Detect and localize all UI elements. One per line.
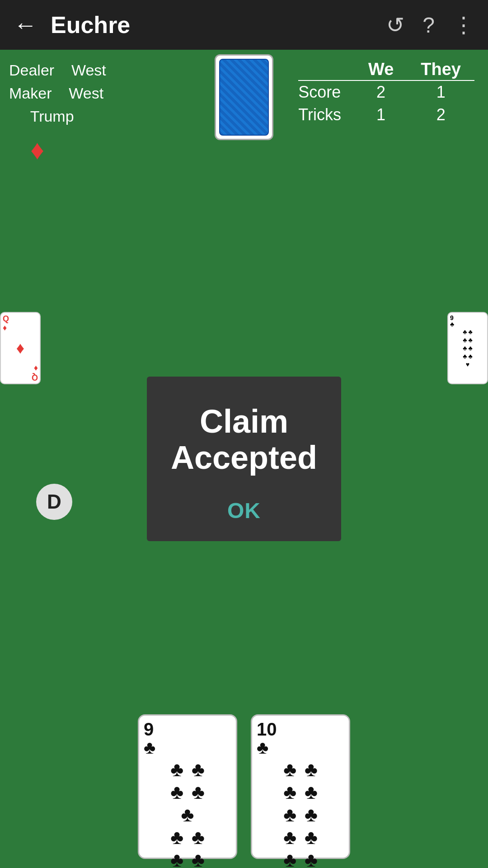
ok-button[interactable]: OK: [227, 498, 261, 523]
claim-dialog: Claim Accepted OK: [147, 377, 341, 541]
more-icon[interactable]: ⋮: [453, 12, 474, 38]
undo-icon[interactable]: ↺: [386, 12, 404, 38]
toolbar-actions: ↺ ? ⋮: [386, 12, 474, 38]
toolbar: ← Euchre ↺ ? ⋮: [0, 0, 488, 50]
game-area: Dealer West Maker West Trump ♦ We: [0, 50, 488, 868]
app-title: Euchre: [51, 11, 386, 38]
back-button[interactable]: ←: [14, 13, 37, 37]
dialog-overlay: Claim Accepted OK: [0, 50, 488, 868]
dialog-message: Claim Accepted: [171, 404, 317, 475]
help-icon[interactable]: ?: [422, 13, 435, 38]
